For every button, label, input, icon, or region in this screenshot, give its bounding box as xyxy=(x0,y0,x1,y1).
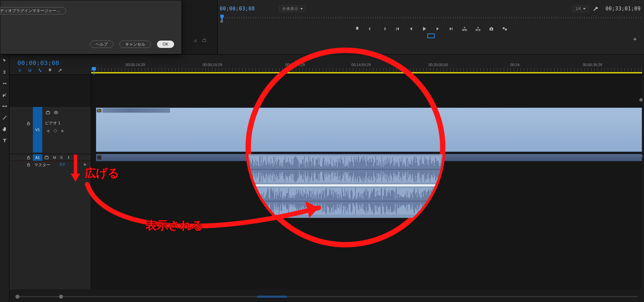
go-to-in-icon[interactable] xyxy=(394,25,401,32)
mark-out-icon[interactable] xyxy=(381,25,387,32)
master-output-icon[interactable] xyxy=(83,162,88,167)
razor-tool-icon[interactable] xyxy=(2,92,8,98)
play-icon[interactable] xyxy=(421,25,428,32)
timeline-header: 00;00;03;08 00;00;14;29 00;00;19;29 00;0… xyxy=(9,55,644,75)
toggle-track-output-icon[interactable] xyxy=(46,110,50,115)
zoom-fit-label: 全体表示 xyxy=(282,6,298,12)
go-to-out-icon[interactable] xyxy=(448,25,454,32)
video-track-v1-header[interactable]: V1 ビデオ 1 ◀ ▶ xyxy=(9,107,91,153)
ruler-label: 00;00;39;28 xyxy=(583,63,602,67)
keyframe-nav: ◀ ▶ xyxy=(46,128,64,133)
lift-icon[interactable] xyxy=(461,25,468,32)
audio-plugin-manager-button[interactable]: ーディオプラグインマネージャー… xyxy=(0,7,66,14)
comparison-view-icon[interactable] xyxy=(501,25,508,32)
vertical-scroll-knob[interactable] xyxy=(639,98,643,102)
zoom-fit-dropdown[interactable]: 全体表示 xyxy=(279,5,306,12)
selection-tool-icon[interactable] xyxy=(2,58,8,64)
add-marker-icon[interactable] xyxy=(354,25,361,32)
marker-header-icon[interactable] xyxy=(48,68,52,73)
lock-icon[interactable] xyxy=(26,155,31,160)
svg-rect-1 xyxy=(463,29,464,31)
source-panel-footer-icons xyxy=(193,38,207,43)
ripple-edit-tool-icon[interactable] xyxy=(2,80,8,86)
solo-toggle[interactable]: S xyxy=(60,156,62,160)
zoom-knob-left[interactable] xyxy=(15,295,19,299)
audio-clip[interactable] xyxy=(96,154,642,161)
export-frame-icon[interactable] xyxy=(202,38,207,43)
svg-rect-15 xyxy=(68,156,69,158)
track-headers: V1 ビデオ 1 ◀ ▶ A1 M S xyxy=(9,75,91,289)
button-editor-plus-icon[interactable]: ＋ xyxy=(632,35,638,43)
ruler-ticks xyxy=(91,68,642,71)
hand-tool-icon[interactable] xyxy=(2,126,8,132)
step-forward-icon[interactable] xyxy=(434,25,441,32)
svg-rect-6 xyxy=(503,27,504,29)
toggle-track-output-icon[interactable] xyxy=(44,155,49,160)
mark-in-icon[interactable] xyxy=(367,25,374,32)
eye-icon[interactable] xyxy=(54,110,58,115)
program-playhead[interactable] xyxy=(220,15,224,19)
svg-point-5 xyxy=(491,28,492,30)
lock-icon[interactable] xyxy=(26,121,31,126)
slip-tool-icon[interactable] xyxy=(2,103,8,109)
timeline-zoom-bar[interactable] xyxy=(15,295,638,299)
svg-point-12 xyxy=(55,112,57,113)
playback-resolution-label: 1/4 xyxy=(575,6,581,11)
chevron-down-icon xyxy=(300,8,303,10)
program-scroll-knob[interactable] xyxy=(220,20,223,23)
pen-tool-icon[interactable] xyxy=(2,115,8,121)
ruler-label: 00;24; xyxy=(510,63,521,67)
insert-icon[interactable] xyxy=(193,38,198,43)
work-area-bar[interactable] xyxy=(91,72,642,73)
svg-rect-14 xyxy=(45,157,49,159)
timeline-settings-wrench-icon[interactable] xyxy=(58,68,62,73)
svg-rect-11 xyxy=(46,112,50,114)
safe-margins-icon[interactable] xyxy=(427,34,435,38)
next-keyframe-icon[interactable]: ▶ xyxy=(61,128,64,133)
svg-rect-3 xyxy=(476,29,477,31)
program-monitor-panel: 00;00;03;08 全体表示 1/4 00;33;01;09 xyxy=(217,0,644,54)
zoom-knob-right[interactable] xyxy=(59,295,63,299)
audio-fx-badge[interactable] xyxy=(97,155,102,160)
svg-rect-4 xyxy=(479,29,480,31)
prev-keyframe-icon[interactable]: ◀ xyxy=(46,128,49,133)
ruler-label: 00;00;24;29 xyxy=(285,63,305,67)
cancel-button[interactable]: キャンセル xyxy=(119,41,151,48)
fx-badge[interactable]: fx xyxy=(97,109,101,112)
svg-point-9 xyxy=(3,95,4,96)
svg-rect-13 xyxy=(28,157,30,159)
ruler-ticklabels: 00;00;14;29 00;00;19;29 00;00;24;29 00;1… xyxy=(91,63,642,67)
zoom-scroll-thumb[interactable] xyxy=(257,296,287,298)
timeline-ruler[interactable]: 00;00;14;29 00;00;19;29 00;00;24;29 00;1… xyxy=(91,63,642,74)
step-back-icon[interactable] xyxy=(408,25,414,32)
settings-wrench-icon[interactable] xyxy=(593,6,599,12)
track-select-tool-icon[interactable] xyxy=(2,69,8,75)
snap-icon[interactable] xyxy=(28,68,32,73)
a1-target-toggle[interactable]: A1 xyxy=(33,154,42,161)
v1-track-name: ビデオ 1 xyxy=(45,120,60,126)
timeline-header-icons xyxy=(17,68,62,73)
mute-toggle[interactable]: M xyxy=(53,156,56,160)
voiceover-mic-icon[interactable] xyxy=(67,155,70,160)
playhead[interactable] xyxy=(92,67,96,72)
extract-icon[interactable] xyxy=(475,25,481,32)
master-track-value[interactable]: 0.0 xyxy=(60,162,65,166)
nest-sequence-icon[interactable] xyxy=(17,68,22,73)
linked-selection-icon[interactable] xyxy=(38,68,42,73)
master-track-header[interactable]: マスター 0.0 xyxy=(9,161,91,168)
video-clip[interactable]: fx xyxy=(96,108,642,152)
program-timebar[interactable] xyxy=(220,15,641,21)
snapshot-icon[interactable] xyxy=(488,25,495,32)
playback-resolution-dropdown[interactable]: 1/4 xyxy=(572,5,589,12)
help-button[interactable]: ヘルプ xyxy=(90,41,113,48)
timeline-clip-area[interactable]: fx xyxy=(91,75,642,289)
sequence-timecode[interactable]: 00;00;03;08 xyxy=(17,59,59,66)
audio-track-a1-header[interactable]: A1 M S xyxy=(9,154,91,161)
ok-button[interactable]: OK xyxy=(157,41,174,48)
lock-icon[interactable] xyxy=(26,162,31,167)
program-timecode-left[interactable]: 00;00;03;08 xyxy=(220,6,255,12)
timeline-panel: 00;00;03;08 00;00;14;29 00;00;19;29 00;0… xyxy=(9,54,644,302)
type-tool-icon[interactable] xyxy=(2,137,8,143)
v1-target-toggle[interactable]: V1 xyxy=(33,107,42,153)
add-keyframe-icon[interactable] xyxy=(53,129,57,132)
